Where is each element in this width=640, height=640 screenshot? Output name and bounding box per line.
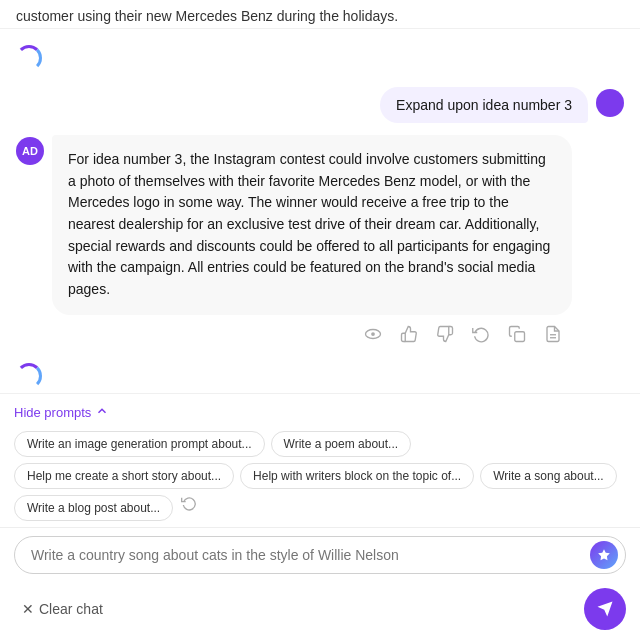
clear-chat-label: Clear chat — [39, 601, 103, 617]
loading-spinner-2 — [16, 363, 42, 389]
chevron-up-icon — [95, 404, 109, 421]
prompt-chip-2[interactable]: Write a poem about... — [271, 431, 412, 457]
hide-prompts-label: Hide prompts — [14, 405, 91, 420]
user-message-text: Expand upon idea number 3 — [396, 97, 572, 113]
input-row — [0, 527, 640, 582]
prompt-chips-row: Write an image generation prompt about..… — [14, 431, 626, 521]
thumbs-down-icon[interactable] — [434, 323, 456, 345]
prompt-chip-5[interactable]: Write a song about... — [480, 463, 617, 489]
send-button[interactable] — [584, 588, 626, 630]
thumbs-up-icon[interactable] — [398, 323, 420, 345]
hide-prompts-button[interactable]: Hide prompts — [14, 398, 109, 427]
loading-spinner — [16, 45, 42, 71]
context-text: customer using their new Mercedes Benz d… — [0, 0, 640, 29]
user-avatar — [596, 89, 624, 117]
svg-point-1 — [371, 332, 375, 336]
refresh-icon[interactable] — [470, 323, 492, 345]
loading-spinner-row — [16, 41, 624, 75]
gem-button[interactable] — [590, 541, 618, 569]
x-icon: ✕ — [22, 601, 34, 617]
view-icon[interactable] — [362, 323, 384, 345]
chat-area: Expand upon idea number 3 AD For idea nu… — [0, 29, 640, 393]
svg-rect-2 — [515, 332, 525, 342]
refresh-prompts-icon[interactable] — [181, 495, 197, 521]
bottom-row: ✕ Clear chat — [0, 582, 640, 640]
user-bubble: Expand upon idea number 3 — [380, 87, 588, 123]
assistant-message-row: AD For idea number 3, the Instagram cont… — [16, 135, 624, 347]
copy-icon[interactable] — [506, 323, 528, 345]
assistant-message-text: For idea number 3, the Instagram contest… — [68, 151, 550, 297]
assistant-avatar: AD — [16, 137, 44, 165]
input-wrapper — [14, 536, 626, 574]
prompt-chip-4[interactable]: Help with writers block on the topic of.… — [240, 463, 474, 489]
prompts-section: Hide prompts Write an image generation p… — [0, 393, 640, 527]
context-content: customer using their new Mercedes Benz d… — [16, 8, 398, 24]
user-message-row: Expand upon idea number 3 — [16, 87, 624, 123]
prompt-chip-3[interactable]: Help me create a short story about... — [14, 463, 234, 489]
doc-icon[interactable] — [542, 323, 564, 345]
action-icons-row — [52, 317, 572, 347]
prompt-chip-6[interactable]: Write a blog post about... — [14, 495, 173, 521]
chat-input[interactable] — [14, 536, 626, 574]
assistant-message-block: For idea number 3, the Instagram contest… — [52, 135, 572, 347]
prompt-chip-1[interactable]: Write an image generation prompt about..… — [14, 431, 265, 457]
assistant-bubble: For idea number 3, the Instagram contest… — [52, 135, 572, 315]
loading-spinner-row-2 — [16, 359, 624, 393]
clear-chat-button[interactable]: ✕ Clear chat — [14, 597, 111, 621]
